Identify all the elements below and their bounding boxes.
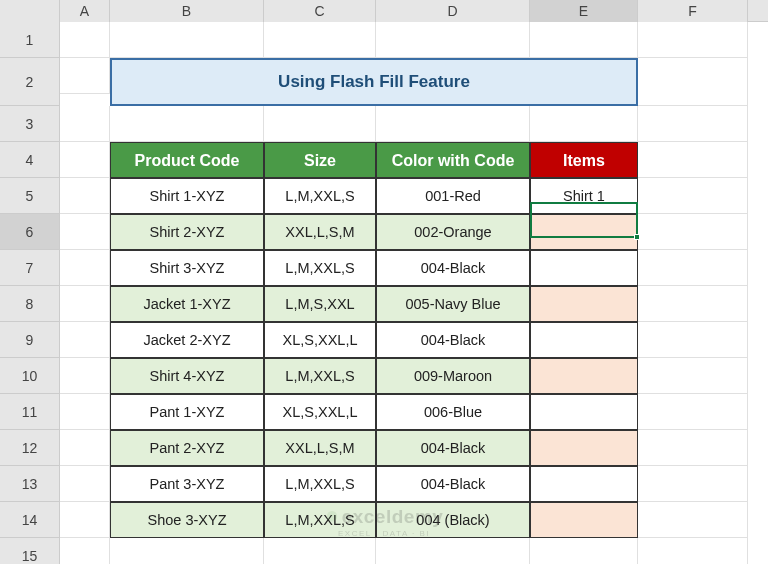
cell-b-8[interactable]: Jacket 1-XYZ (110, 286, 264, 322)
cell-d-5[interactable]: 001-Red (376, 178, 530, 214)
cell-c-11[interactable]: XL,S,XXL,L (264, 394, 376, 430)
cell-d-6[interactable]: 002-Orange (376, 214, 530, 250)
cell-e-12[interactable] (530, 430, 638, 466)
cell-b-11[interactable]: Pant 1-XYZ (110, 394, 264, 430)
row-header-12[interactable]: 12 (0, 430, 60, 466)
row-header-15[interactable]: 15 (0, 538, 60, 564)
cell-d-11[interactable]: 006-Blue (376, 394, 530, 430)
cell-c-10[interactable]: L,M,XXL,S (264, 358, 376, 394)
cell-e-7[interactable] (530, 250, 638, 286)
cell-b-13[interactable]: Pant 3-XYZ (110, 466, 264, 502)
page-title: Using Flash Fill Feature (110, 58, 638, 106)
cell-b-9[interactable]: Jacket 2-XYZ (110, 322, 264, 358)
cell-e-13[interactable] (530, 466, 638, 502)
row-header-9[interactable]: 9 (0, 322, 60, 358)
cell-b-12[interactable]: Pant 2-XYZ (110, 430, 264, 466)
row-headers: 123456789101112131415 (0, 22, 60, 564)
cell-d-8[interactable]: 005-Navy Blue (376, 286, 530, 322)
col-header-d[interactable]: D (376, 0, 530, 22)
cell-e-8[interactable] (530, 286, 638, 322)
cell-c-5[interactable]: L,M,XXL,S (264, 178, 376, 214)
column-headers: ABCDEF (0, 0, 768, 22)
cell-e-11[interactable] (530, 394, 638, 430)
cell-c-13[interactable]: L,M,XXL,S (264, 466, 376, 502)
cell-e-5[interactable]: Shirt 1 (530, 178, 638, 214)
cell-c-12[interactable]: XXL,L,S,M (264, 430, 376, 466)
header-e[interactable]: Items (530, 142, 638, 178)
cell-e-10[interactable] (530, 358, 638, 394)
col-header-a[interactable]: A (60, 0, 110, 22)
row-header-3[interactable]: 3 (0, 106, 60, 142)
cell-d-9[interactable]: 004-Black (376, 322, 530, 358)
cell-b-6[interactable]: Shirt 2-XYZ (110, 214, 264, 250)
cell-d-10[interactable]: 009-Maroon (376, 358, 530, 394)
cell-b-14[interactable]: Shoe 3-XYZ (110, 502, 264, 538)
cell-e-14[interactable] (530, 502, 638, 538)
cell-b-5[interactable]: Shirt 1-XYZ (110, 178, 264, 214)
col-header-b[interactable]: B (110, 0, 264, 22)
cell-d-12[interactable]: 004-Black (376, 430, 530, 466)
watermark-text: exceldemy (342, 506, 444, 527)
row-header-13[interactable]: 13 (0, 466, 60, 502)
header-b[interactable]: Product Code (110, 142, 264, 178)
cell-e-6[interactable] (530, 214, 638, 250)
row-header-8[interactable]: 8 (0, 286, 60, 322)
watermark-sub: EXCEL · DATA · BI (325, 529, 444, 538)
row-header-7[interactable]: 7 (0, 250, 60, 286)
cell-c-6[interactable]: XXL,L,S,M (264, 214, 376, 250)
select-all-corner[interactable] (0, 0, 60, 22)
header-c[interactable]: Size (264, 142, 376, 178)
cell-b-7[interactable]: Shirt 3-XYZ (110, 250, 264, 286)
col-header-c[interactable]: C (264, 0, 376, 22)
cell-d-7[interactable]: 004-Black (376, 250, 530, 286)
row-header-11[interactable]: 11 (0, 394, 60, 430)
row-header-2[interactable]: 2 (0, 58, 60, 106)
row-header-4[interactable]: 4 (0, 142, 60, 178)
col-header-f[interactable]: F (638, 0, 748, 22)
grid-area[interactable]: Using Flash Fill FeatureProduct CodeSize… (60, 22, 748, 564)
row-header-14[interactable]: 14 (0, 502, 60, 538)
cell-c-9[interactable]: XL,S,XXL,L (264, 322, 376, 358)
row-header-1[interactable]: 1 (0, 22, 60, 58)
cell-c-7[interactable]: L,M,XXL,S (264, 250, 376, 286)
row-header-5[interactable]: 5 (0, 178, 60, 214)
spreadsheet: ABCDEF 123456789101112131415 Using Flash… (0, 0, 768, 564)
fill-handle[interactable] (634, 234, 640, 240)
cell-e-9[interactable] (530, 322, 638, 358)
cell-c-8[interactable]: L,M,S,XXL (264, 286, 376, 322)
col-header-e[interactable]: E (530, 0, 638, 22)
header-d[interactable]: Color with Code (376, 142, 530, 178)
row-header-6[interactable]: 6 (0, 214, 60, 250)
cell-b-10[interactable]: Shirt 4-XYZ (110, 358, 264, 394)
watermark: ●exceldemy EXCEL · DATA · BI (325, 501, 444, 538)
row-header-10[interactable]: 10 (0, 358, 60, 394)
cell-d-13[interactable]: 004-Black (376, 466, 530, 502)
